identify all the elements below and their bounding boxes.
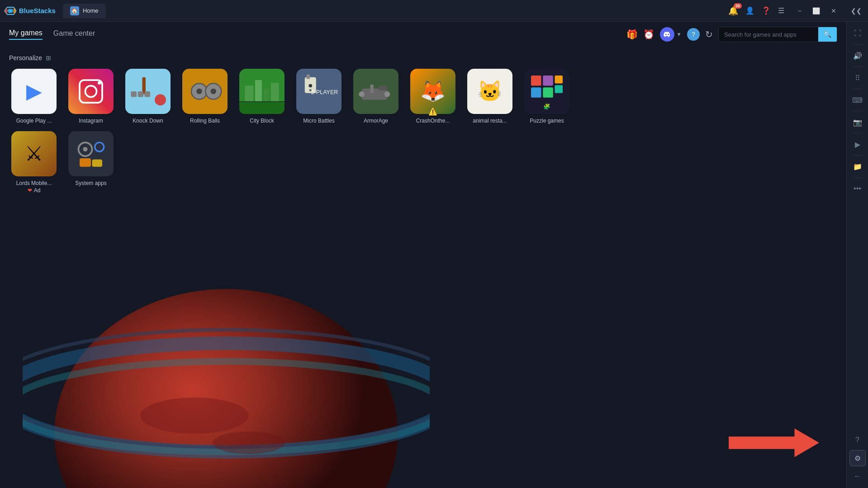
svg-text:▶: ▶ <box>26 80 42 103</box>
game-item-cityblock[interactable]: City Block <box>237 69 287 124</box>
svg-rect-44 <box>359 91 365 97</box>
game-item-crashonthe[interactable]: 🦊⚠️CrashOnthe... <box>408 69 458 124</box>
game-icon-wrapper-armorage <box>353 69 398 114</box>
svg-rect-31 <box>264 89 270 103</box>
sidebar-video-button[interactable]: ▶ <box>849 136 866 152</box>
titlebar: BlueStacks 🏠 Home 🔔 35 👤 ❓ ☰ − ⬜ ✕ ❮❮ <box>0 0 868 22</box>
help-icon[interactable]: ❓ <box>762 6 771 15</box>
svg-text:⚔: ⚔ <box>25 142 43 165</box>
discord-icon <box>660 27 674 42</box>
nav-actions: 🎁 ⏰ ▼ ? ↻ 🔍 <box>626 27 837 42</box>
back-button[interactable]: ❮❮ <box>848 6 864 15</box>
game-label-knockdown: Knock Down <box>133 118 163 124</box>
sidebar-expand-button[interactable]: ⛶ <box>849 25 866 42</box>
home-tab-icon: 🏠 <box>70 6 79 15</box>
game-item-armorage[interactable]: ArmorAge <box>351 69 401 124</box>
game-label-crashonthe: CrashOnthe... <box>416 118 450 124</box>
home-tab[interactable]: 🏠 Home <box>63 4 106 18</box>
close-button[interactable]: ✕ <box>828 6 839 15</box>
game-icon-wrapper-cityblock <box>239 69 285 114</box>
svg-rect-55 <box>543 87 553 98</box>
refresh-button[interactable]: ↻ <box>705 29 713 40</box>
game-item-lords-mobile[interactable]: ⚔Lords Mobile...❤Ad <box>9 131 59 194</box>
svg-rect-56 <box>555 76 563 84</box>
game-icon-knockdown <box>125 69 171 114</box>
svg-rect-33 <box>239 102 285 114</box>
svg-rect-43 <box>379 86 387 90</box>
game-label-armorage: ArmorAge <box>364 118 388 124</box>
svg-marker-67 <box>729 428 819 457</box>
game-center-tab[interactable]: Game center <box>53 29 95 39</box>
content-area: My games Game center 🎁 ⏰ ▼ ? ↻ <box>0 22 846 488</box>
game-icon-wrapper-system-apps <box>68 131 114 176</box>
sidebar-more-button[interactable]: ••• <box>849 180 866 197</box>
game-label-cityblock: City Block <box>250 118 274 124</box>
sidebar-screenshot-button[interactable]: 📷 <box>849 114 866 130</box>
menu-icon[interactable]: ☰ <box>778 6 784 15</box>
game-item-rollingballs[interactable]: Rolling Balls <box>180 69 230 124</box>
game-label-animalresta: animal resta... <box>473 118 507 124</box>
search-button[interactable]: 🔍 <box>818 27 837 42</box>
svg-rect-13 <box>68 69 114 114</box>
game-icon-wrapper-microbattles: 2-PLAYER <box>296 69 342 114</box>
sidebar-settings-button[interactable]: ⚙ <box>849 450 866 466</box>
svg-rect-46 <box>370 85 374 93</box>
game-item-animalresta[interactable]: 🐱animal resta... <box>465 69 515 124</box>
svg-point-27 <box>211 89 217 95</box>
my-games-tab[interactable]: My games <box>9 29 43 40</box>
account-icon[interactable]: 👤 <box>745 6 754 15</box>
red-arrow-icon <box>729 425 819 461</box>
game-item-google-play[interactable]: ▶Google Play ... <box>9 69 59 124</box>
sidebar-divider-7 <box>852 177 863 178</box>
game-icon-wrapper-lords-mobile: ⚔ <box>11 131 57 176</box>
game-item-knockdown[interactable]: Knock Down <box>123 69 173 124</box>
game-icon-puzzlegames: 🧩 <box>524 69 569 114</box>
sidebar-divider-6 <box>852 155 863 156</box>
maximize-button[interactable]: ⬜ <box>810 6 823 15</box>
sidebar-help-button[interactable]: ? <box>849 432 866 448</box>
game-icon-instagram <box>68 69 114 114</box>
game-icon-microbattles: 2-PLAYER <box>296 69 342 114</box>
svg-rect-37 <box>307 75 310 79</box>
question-button[interactable]: ? <box>687 28 700 41</box>
notification-button[interactable]: 🔔 35 <box>728 6 738 16</box>
minimize-button[interactable]: − <box>795 6 804 15</box>
sidebar-divider-2 <box>852 66 863 67</box>
sidebar-selection-button[interactable]: ⠿ <box>849 70 866 86</box>
sidebar-keyboard-button[interactable]: ⌨ <box>849 92 866 108</box>
games-grid-row1: ▶Google Play ...InstagramKnock DownRolli… <box>9 69 837 124</box>
sidebar-back-button[interactable]: ← <box>849 468 866 484</box>
game-item-system-apps[interactable]: System apps <box>66 131 116 194</box>
app-name: BlueStacks <box>19 7 56 14</box>
svg-rect-45 <box>384 91 390 97</box>
sidebar-volume-button[interactable]: 🔊 <box>849 47 866 64</box>
search-input[interactable] <box>719 28 818 41</box>
bluestacks-logo-icon <box>4 5 16 17</box>
arrow-annotation <box>729 425 819 461</box>
sidebar-divider-3 <box>852 89 863 89</box>
game-item-instagram[interactable]: Instagram <box>66 69 116 124</box>
sidebar-folder-button[interactable]: 📁 <box>849 158 866 175</box>
game-icon-wrapper-puzzlegames: 🧩 <box>524 69 569 114</box>
svg-point-63 <box>83 147 88 152</box>
clock-button[interactable]: ⏰ <box>643 29 655 40</box>
personalize-grid-icon[interactable]: ⊞ <box>46 54 51 62</box>
svg-point-10 <box>213 431 285 454</box>
warning-badge-crashonthe: ⚠️ <box>428 107 437 116</box>
game-label-puzzlegames: Puzzle games <box>530 118 564 124</box>
game-item-microbattles[interactable]: 2-PLAYERMicro Battles <box>294 69 344 124</box>
svg-rect-57 <box>555 85 563 93</box>
svg-text:🧩: 🧩 <box>543 103 550 110</box>
discord-button[interactable]: ▼ <box>660 27 682 42</box>
games-area: Personalize ⊞ ▶Google Play ...InstagramK… <box>0 47 846 488</box>
game-item-puzzlegames[interactable]: 🧩Puzzle games <box>522 69 572 124</box>
ad-label: Ad <box>34 187 41 194</box>
sidebar-divider-5 <box>852 133 863 133</box>
game-label-lords-mobile: Lords Mobile... <box>16 180 52 186</box>
svg-point-16 <box>98 81 101 85</box>
titlebar-actions: 🔔 35 👤 ❓ ☰ − ⬜ ✕ ❮❮ <box>728 6 864 16</box>
gift-button[interactable]: 🎁 <box>626 29 638 40</box>
game-icon-cityblock <box>239 69 285 114</box>
svg-rect-52 <box>531 76 541 86</box>
svg-point-9 <box>140 398 249 434</box>
